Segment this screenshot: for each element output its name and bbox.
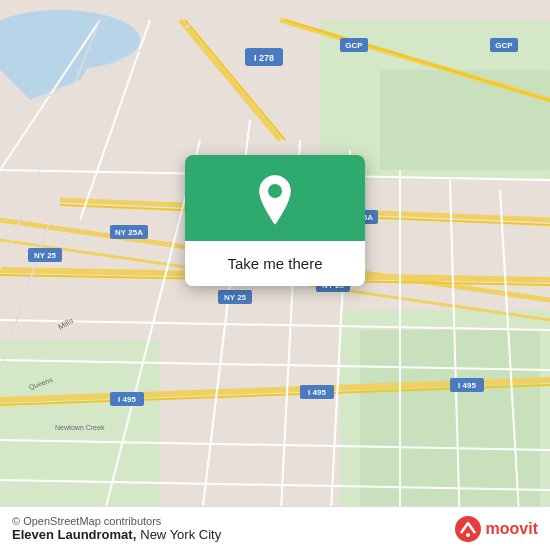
svg-text:GCP: GCP <box>345 41 363 50</box>
svg-point-65 <box>466 533 470 537</box>
location-pin-icon <box>253 173 297 227</box>
svg-text:Newtown Creek: Newtown Creek <box>55 424 105 431</box>
svg-point-64 <box>455 516 481 542</box>
svg-text:I 278: I 278 <box>254 53 274 63</box>
svg-rect-8 <box>0 340 160 530</box>
svg-text:I 495: I 495 <box>458 381 476 390</box>
copyright-text: © OpenStreetMap contributors <box>12 515 221 527</box>
svg-rect-5 <box>380 70 550 170</box>
bottom-bar: © OpenStreetMap contributors Eleven Laun… <box>0 506 550 550</box>
svg-text:GCP: GCP <box>495 41 513 50</box>
place-name: Eleven Laundromat, <box>12 527 136 542</box>
popup-card: Take me there <box>185 155 365 286</box>
moovit-logo: moovit <box>454 515 538 543</box>
city-name: New York City <box>140 527 221 542</box>
svg-text:NY 25A: NY 25A <box>115 228 143 237</box>
take-me-there-button[interactable]: Take me there <box>185 241 365 286</box>
bottom-left-info: © OpenStreetMap contributors Eleven Laun… <box>12 515 221 542</box>
svg-text:NY 25: NY 25 <box>34 251 57 260</box>
moovit-text: moovit <box>486 520 538 538</box>
svg-point-63 <box>268 184 282 198</box>
popup-green-header <box>185 155 365 241</box>
svg-text:NY 25: NY 25 <box>224 293 247 302</box>
map-container: I 278 GCP GCP NY 25 NY 25A NY 25A NY 25 … <box>0 0 550 550</box>
svg-text:I 495: I 495 <box>308 388 326 397</box>
svg-text:I 495: I 495 <box>118 395 136 404</box>
moovit-icon <box>454 515 482 543</box>
